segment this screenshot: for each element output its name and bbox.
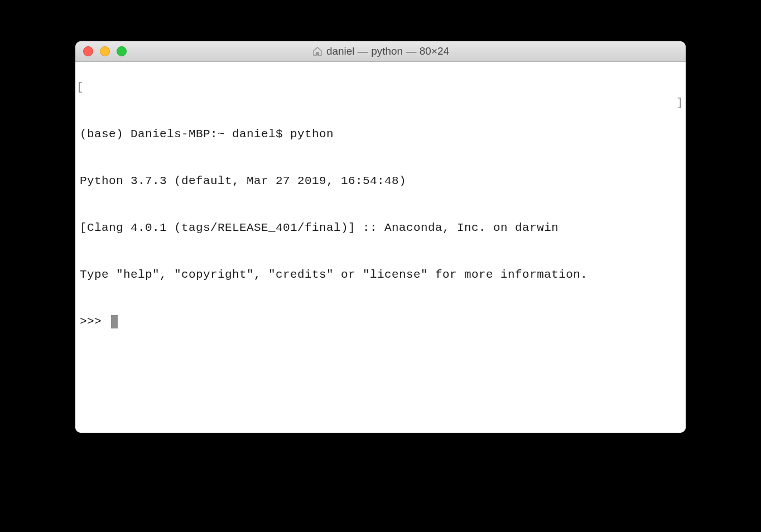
terminal-content[interactable]: [ ] (base) Daniels-MBP:~ daniel$ python … <box>75 62 686 433</box>
window-title: daniel — python — 80×24 <box>312 45 449 57</box>
terminal-line-4: Type "help", "copyright", "credits" or "… <box>80 267 681 283</box>
cursor <box>111 315 118 328</box>
terminal-line-1: (base) Daniels-MBP:~ daniel$ python <box>80 127 681 142</box>
svg-rect-0 <box>316 53 318 55</box>
right-bracket-decoration: ] <box>676 95 683 111</box>
close-button[interactable] <box>83 46 93 56</box>
terminal-line-2: Python 3.7.3 (default, Mar 27 2019, 16:5… <box>80 173 681 189</box>
title-bar: daniel — python — 80×24 <box>75 41 686 62</box>
left-bracket-decoration: [ <box>76 80 84 95</box>
window-controls <box>83 46 127 56</box>
terminal-line-3: [Clang 4.0.1 (tags/RELEASE_401/final)] :… <box>80 220 681 236</box>
minimize-button[interactable] <box>100 46 110 56</box>
window-title-text: daniel — python — 80×24 <box>326 45 449 57</box>
home-icon <box>312 46 323 57</box>
python-prompt-line: >>> <box>80 314 681 330</box>
maximize-button[interactable] <box>117 46 127 56</box>
python-prompt: >>> <box>80 314 109 330</box>
terminal-window: daniel — python — 80×24 [ ] (base) Danie… <box>75 41 686 433</box>
